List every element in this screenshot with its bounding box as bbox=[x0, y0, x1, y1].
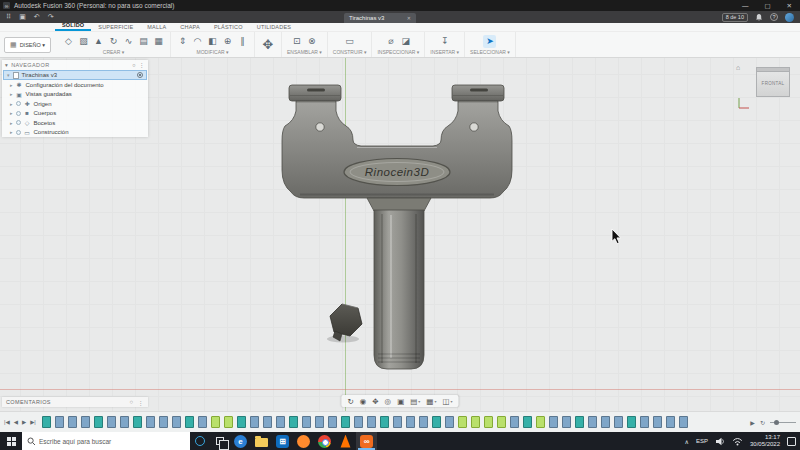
save-icon[interactable]: ▣ bbox=[19, 13, 26, 21]
timeline-feature[interactable] bbox=[640, 416, 649, 428]
timeline-feature[interactable] bbox=[484, 416, 493, 428]
ribbon-group-label[interactable]: MODIFICAR ▾ bbox=[197, 49, 229, 55]
construction-plane-icon[interactable]: ▭ bbox=[343, 35, 356, 48]
ribbon-tab[interactable]: SUPERFICIE bbox=[91, 23, 140, 31]
comments-circle-icon[interactable]: ○ bbox=[130, 399, 134, 406]
language-indicator[interactable]: ESP bbox=[696, 438, 708, 444]
panel-menu-icon[interactable]: ⋮ bbox=[139, 62, 145, 68]
timeline-feature[interactable] bbox=[94, 416, 103, 428]
viewports-icon[interactable]: ◫▾ bbox=[442, 397, 452, 406]
timeline-feature[interactable] bbox=[575, 416, 584, 428]
chrome-icon[interactable] bbox=[314, 432, 335, 450]
timeline-feature[interactable] bbox=[120, 416, 129, 428]
panel-circle-icon[interactable]: ○ bbox=[132, 62, 136, 68]
help-icon[interactable]: ? bbox=[770, 13, 778, 21]
pan-icon[interactable]: ✥▾ bbox=[372, 397, 378, 406]
timeline-feature[interactable] bbox=[185, 416, 194, 428]
visibility-bulb-icon[interactable] bbox=[16, 120, 21, 125]
combine-icon[interactable]: ⊕ bbox=[221, 35, 234, 48]
loft-icon[interactable]: ▤ bbox=[137, 35, 150, 48]
timeline-feature[interactable] bbox=[302, 416, 311, 428]
step-back-button[interactable]: ◀ bbox=[14, 419, 18, 425]
collapse-arrow-icon[interactable]: ▾ bbox=[7, 72, 10, 78]
close-button[interactable]: ✕ bbox=[779, 2, 800, 10]
file-menu-icon[interactable]: ⠿ bbox=[6, 13, 11, 21]
go-to-start-button[interactable]: |◀ bbox=[4, 419, 10, 425]
start-button[interactable] bbox=[0, 432, 22, 450]
timeline-feature[interactable] bbox=[133, 416, 142, 428]
insert-icon[interactable]: ↧ bbox=[438, 35, 451, 48]
timeline-feature[interactable] bbox=[68, 416, 77, 428]
maximize-button[interactable]: ▢ bbox=[756, 2, 778, 10]
expand-arrow-icon[interactable]: ▸ bbox=[10, 129, 13, 135]
ribbon-tab[interactable]: UTILIDADES bbox=[250, 23, 298, 31]
clock[interactable]: 13:17 30/05/2022 bbox=[750, 434, 780, 448]
comments-menu-icon[interactable]: ⋮ bbox=[138, 399, 144, 406]
tray-chevron-up-icon[interactable]: ∧ bbox=[685, 438, 689, 445]
timeline-feature[interactable] bbox=[146, 416, 155, 428]
fillet-icon[interactable]: ◠ bbox=[191, 35, 204, 48]
timeline-feature[interactable] bbox=[42, 416, 51, 428]
panel-collapse-icon[interactable]: ▾ bbox=[5, 62, 8, 68]
timeline-feature[interactable] bbox=[536, 416, 545, 428]
viewcube[interactable]: ⌂ FRONTAL bbox=[746, 64, 792, 114]
timeline-feature[interactable] bbox=[471, 416, 480, 428]
undo-icon[interactable]: ↶ bbox=[34, 13, 40, 21]
new-component-icon[interactable]: ⊡ bbox=[290, 35, 303, 48]
zoom-icon[interactable]: ◎▾ bbox=[385, 397, 392, 406]
timeline-feature[interactable] bbox=[432, 416, 441, 428]
hex-nut-body[interactable] bbox=[327, 304, 362, 343]
timeline-feature[interactable] bbox=[263, 416, 272, 428]
minimize-button[interactable]: — bbox=[734, 2, 757, 10]
timeline-feature[interactable] bbox=[627, 416, 636, 428]
vlc-icon[interactable] bbox=[335, 432, 356, 450]
action-center-icon[interactable] bbox=[787, 437, 796, 446]
browser-item-bodies[interactable]: ▸ ■ Cuerpos bbox=[2, 109, 148, 119]
timeline-feature[interactable] bbox=[393, 416, 402, 428]
ribbon-group-label[interactable]: CONSTRUIR ▾ bbox=[333, 49, 367, 55]
taskbar-search[interactable] bbox=[22, 432, 190, 450]
expand-arrow-icon[interactable]: ▸ bbox=[10, 82, 13, 88]
timeline-feature[interactable] bbox=[289, 416, 298, 428]
primitive-box-icon[interactable]: ▧ bbox=[77, 35, 90, 48]
timeline-feature[interactable] bbox=[601, 416, 610, 428]
cortana-button[interactable] bbox=[190, 432, 210, 450]
select-icon[interactable]: ➤ bbox=[483, 35, 496, 48]
timeline-feature[interactable] bbox=[510, 416, 519, 428]
document-limit-badge[interactable]: 8 de 10 bbox=[722, 13, 748, 22]
timeline-play-icon[interactable]: ▶ bbox=[750, 419, 755, 426]
shell-icon[interactable]: ◧ bbox=[206, 35, 219, 48]
press-pull-icon[interactable]: ⇕ bbox=[176, 35, 189, 48]
timeline-feature[interactable] bbox=[666, 416, 675, 428]
timeline-feature[interactable] bbox=[172, 416, 181, 428]
browser-item-construction[interactable]: ▸ ▭ Construcción bbox=[2, 128, 148, 138]
firefox-icon[interactable] bbox=[293, 432, 314, 450]
look-at-icon[interactable]: ◉▾ bbox=[360, 397, 367, 406]
home-view-icon[interactable]: ⌂ bbox=[736, 64, 740, 71]
timeline-feature[interactable] bbox=[237, 416, 246, 428]
user-avatar[interactable] bbox=[785, 13, 794, 22]
create-sketch-icon[interactable]: ◇ bbox=[62, 35, 75, 48]
ribbon-group-label[interactable]: CREAR ▾ bbox=[103, 49, 124, 55]
timeline-zoom-handle[interactable] bbox=[774, 420, 779, 425]
right-prong-cap[interactable] bbox=[452, 85, 504, 101]
ribbon-tab[interactable]: CHAPA bbox=[173, 23, 207, 31]
timeline-feature[interactable] bbox=[614, 416, 623, 428]
search-input[interactable] bbox=[22, 432, 190, 450]
edge-icon[interactable]: e bbox=[230, 432, 251, 450]
timeline-feature[interactable] bbox=[159, 416, 168, 428]
comments-bar[interactable]: COMENTARIOS ○ ⋮ bbox=[2, 397, 148, 407]
fit-icon[interactable]: ▣▾ bbox=[397, 397, 404, 406]
store-icon[interactable]: ⊞ bbox=[272, 432, 293, 450]
timeline-feature[interactable] bbox=[588, 416, 597, 428]
expand-arrow-icon[interactable]: ▸ bbox=[10, 110, 13, 116]
document-tab[interactable]: Tirachinas v3 ✕ bbox=[344, 13, 416, 23]
display-settings-icon[interactable]: ▤▾ bbox=[410, 397, 420, 406]
timeline-feature[interactable] bbox=[276, 416, 285, 428]
step-forward-button[interactable]: ▶ bbox=[22, 419, 26, 425]
design-mode-button[interactable]: ▦ DISEÑO ▾ bbox=[4, 37, 51, 53]
left-prong-cap[interactable] bbox=[289, 85, 341, 101]
timeline-feature[interactable] bbox=[653, 416, 662, 428]
section-analysis-icon[interactable]: ◪ bbox=[399, 35, 412, 48]
viewcube-cube[interactable]: FRONTAL bbox=[756, 70, 790, 97]
